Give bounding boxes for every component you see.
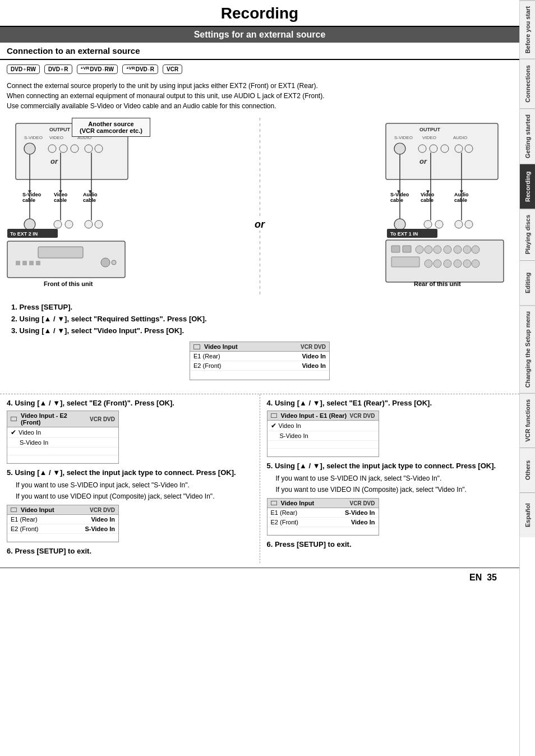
- svg-text:cable: cable: [454, 197, 467, 203]
- subsection-header: Connection to an external source: [0, 43, 519, 60]
- monitor-icon-r4: [271, 413, 277, 418]
- svg-point-46: [418, 145, 426, 153]
- title-text: Recording: [221, 4, 298, 22]
- svg-point-24: [85, 220, 93, 228]
- device-icon-dvd-r: +VRDVD-R: [122, 64, 158, 74]
- section-text: Settings for an external source: [194, 30, 326, 39]
- sidebar-tab-editing[interactable]: Editing: [520, 260, 535, 305]
- svg-rect-35: [29, 261, 34, 265]
- right-menu4-row1: S-Video In: [268, 431, 379, 441]
- device-icons-row: DVD+RW DVD+R +VRDVD-RW +VRDVD-R VCR: [0, 60, 519, 79]
- sidebar-tab-connections[interactable]: Connections: [520, 59, 535, 108]
- sidebar-tab-setup-menu[interactable]: Changing the Setup menu: [520, 305, 535, 393]
- left-menu4-header: Video Input - E2 (Front) VCR DVD: [7, 411, 118, 427]
- intro-line2: When connecting an external equipment of…: [7, 91, 513, 101]
- page-wrapper: Before you start Connections Getting sta…: [0, 0, 535, 756]
- svg-point-83: [433, 260, 441, 268]
- left-menu5-row1: E2 (Front) S-Video In: [7, 524, 118, 534]
- svg-text:or: or: [50, 157, 58, 165]
- svg-text:Rear of this unit: Rear of this unit: [414, 280, 461, 287]
- svg-text:▼: ▼: [425, 188, 431, 195]
- right-menu4-row-empty2: [268, 449, 379, 457]
- svg-text:OUTPUT: OUTPUT: [419, 127, 441, 132]
- monitor-icon: [193, 344, 200, 349]
- svg-text:OUTPUT: OUTPUT: [49, 127, 71, 132]
- svg-point-87: [472, 260, 479, 268]
- svg-point-7: [59, 145, 67, 153]
- right-diagram: OUTPUT S-VIDEO VIDEO AUDIO or: [262, 118, 515, 297]
- left-menu4-row1: S-Video In: [7, 438, 118, 448]
- diagram-area: or Another source(VCR camcorder etc.) OU…: [0, 118, 519, 297]
- sidebar-tab-getting-started[interactable]: Getting started: [520, 108, 535, 164]
- svg-text:cable: cable: [390, 197, 403, 203]
- svg-point-77: [444, 246, 451, 253]
- menu-center-row-empty: [190, 371, 329, 380]
- svg-point-75: [425, 246, 432, 253]
- monitor-icon-l5: [11, 508, 17, 512]
- svg-text:AUDIO: AUDIO: [453, 135, 467, 140]
- svg-point-45: [394, 143, 405, 154]
- right-menu5-row1: E2 (Front) Video In: [268, 518, 379, 527]
- section-header: Settings for an external source: [0, 27, 519, 43]
- device-icon-dvd-rw-plus: DVD+RW: [7, 64, 40, 74]
- device-icon-dvd-rw: +VRDVD-RW: [77, 64, 118, 74]
- left-menu5: Video Input VCR DVD E1 (Rear) Video In E…: [7, 505, 119, 542]
- svg-point-74: [416, 246, 423, 253]
- diagram-columns: Another source(VCR camcorder etc.) OUTPU…: [4, 118, 515, 297]
- svg-text:To EXT 1 IN: To EXT 1 IN: [390, 231, 418, 237]
- svg-point-86: [463, 260, 471, 268]
- svg-text:VIDEO: VIDEO: [422, 135, 436, 140]
- svg-rect-72: [391, 246, 400, 252]
- source-label-box: Another source(VCR camcorder etc.): [72, 118, 150, 137]
- svg-rect-81: [391, 257, 419, 267]
- footer-lang: EN: [469, 573, 482, 583]
- left-step5: 5. Using [▲ / ▼], select the input jack …: [7, 468, 253, 477]
- left-step5-body2: If you want to use VIDEO input (Composit…: [7, 491, 253, 501]
- right-menu5-row-empty: [268, 527, 379, 535]
- menu-center: Video Input VCR DVD E1 (Rear) Video In E…: [190, 342, 330, 380]
- intro-line1: Connect the external source properly to …: [7, 81, 513, 91]
- left-menu5-row-empty: [7, 534, 118, 542]
- menu-center-row-0: E1 (Rear) Video In: [190, 352, 329, 361]
- svg-point-5: [24, 143, 35, 154]
- page-title: Recording: [0, 0, 519, 27]
- svg-point-6: [48, 145, 56, 153]
- left-menu4-row-empty1: [7, 448, 118, 455]
- right-menu4-row-empty1: [268, 441, 379, 449]
- left-menu4-row0: ✔ Video In: [7, 427, 118, 438]
- footer-page: 35: [487, 573, 497, 583]
- svg-text:cable: cable: [22, 197, 35, 203]
- svg-point-64: [455, 220, 463, 228]
- subsection-text: Connection to an external source: [7, 46, 140, 56]
- right-menu4: Video Input - E1 (Rear) VCR DVD ✔ Video …: [267, 411, 379, 457]
- left-menu4: Video Input - E2 (Front) VCR DVD ✔ Video…: [7, 411, 119, 464]
- svg-point-61: [394, 219, 405, 230]
- sidebar-tab-espanol[interactable]: Español: [520, 492, 535, 537]
- sidebar-tab-before[interactable]: Before you start: [520, 0, 535, 59]
- right-menu4-row0: ✔ Video In: [268, 421, 379, 431]
- svg-text:or: or: [419, 157, 427, 165]
- svg-text:S-VIDEO: S-VIDEO: [24, 135, 43, 140]
- svg-rect-73: [403, 246, 411, 252]
- right-step5-body1: If you want to use S-VIDEO IN jack, sele…: [267, 473, 513, 483]
- svg-point-79: [463, 246, 471, 253]
- step2: 2. Using [▲ / ▼], select "Required Setti…: [7, 315, 513, 323]
- svg-point-82: [425, 260, 432, 268]
- sidebar-tab-recording[interactable]: Recording: [520, 164, 535, 209]
- svg-point-9: [85, 145, 93, 153]
- right-step5-body2: If you want to use VIDEO IN (Composite) …: [267, 485, 513, 495]
- svg-rect-34: [22, 261, 27, 265]
- sidebar-tab-playing-discs[interactable]: Playing discs: [520, 209, 535, 260]
- svg-rect-33: [16, 261, 20, 265]
- svg-point-50: [465, 145, 473, 153]
- col-right-steps: 4. Using [▲ / ▼], select "E1 (Rear)". Pr…: [260, 394, 520, 563]
- svg-point-37: [101, 258, 110, 267]
- sidebar-tab-vcr[interactable]: VCR functions: [520, 393, 535, 448]
- dashed-divider: [260, 118, 260, 297]
- svg-point-48: [441, 145, 449, 153]
- menu-center-header: Video Input VCR DVD: [190, 342, 329, 352]
- sidebar-tab-others[interactable]: Others: [520, 448, 535, 492]
- svg-rect-32: [38, 247, 83, 258]
- left-step5-body1: If you want to use S-VIDEO input jack, s…: [7, 480, 253, 490]
- svg-text:cable: cable: [83, 197, 96, 203]
